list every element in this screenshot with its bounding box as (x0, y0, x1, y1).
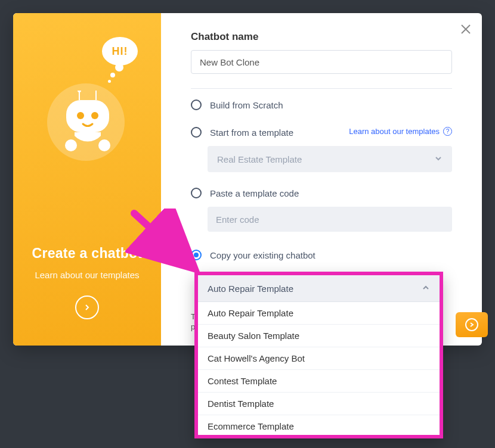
svg-point-5 (77, 112, 84, 119)
chatbot-name-label: Chatbot name (191, 31, 452, 43)
option-build-from-scratch[interactable]: Build from Scratch (191, 99, 452, 110)
dropdown-option[interactable]: Auto Repair Template (198, 301, 440, 324)
template-select-value: Real Estate Template (217, 154, 302, 164)
chatbot-name-input[interactable] (191, 50, 452, 74)
svg-point-6 (91, 112, 98, 119)
chevron-down-icon (434, 154, 443, 164)
side-templates-link[interactable]: Learn about our templates (35, 270, 139, 280)
radio-label: Start from a template (210, 127, 293, 138)
existing-chatbot-options-list[interactable]: Auto Repair Template Beauty Salon Templa… (198, 301, 440, 435)
robot-illustration: HI! (36, 37, 138, 162)
help-icon: ? (443, 127, 452, 136)
divider (191, 88, 452, 89)
side-title: Create a chatbot (32, 245, 142, 262)
svg-point-8 (98, 139, 110, 151)
side-next-button[interactable] (75, 295, 99, 319)
radio-icon[interactable] (191, 250, 202, 260)
option-copy-existing[interactable]: Copy your existing chatbot (191, 250, 452, 260)
radio-icon[interactable] (191, 127, 202, 138)
dropdown-option[interactable]: Dentist Template (198, 392, 440, 415)
radio-label: Paste a template code (210, 188, 299, 198)
svg-rect-4 (66, 100, 109, 132)
option-start-from-template[interactable]: Start from a template Learn about our te… (191, 127, 452, 138)
option-paste-code[interactable]: Paste a template code (191, 188, 452, 198)
next-button[interactable] (456, 312, 488, 337)
dropdown-option[interactable]: Contest Template (198, 369, 440, 392)
speech-bubble: HI! (102, 37, 138, 66)
dropdown-option[interactable]: Ecommerce Template (198, 415, 440, 435)
robot-icon (59, 91, 116, 156)
existing-chatbot-select-value: Auto Repair Template (208, 284, 293, 294)
radio-icon[interactable] (191, 99, 202, 110)
dropdown-option[interactable]: Beauty Salon Template (198, 324, 440, 347)
template-code-input[interactable] (208, 207, 452, 232)
side-panel: HI! Create a chatbot Learn about our (13, 13, 161, 346)
chevron-up-icon (422, 284, 430, 294)
radio-label: Copy your existing chatbot (210, 250, 315, 260)
learn-templates-link[interactable]: Learn about our templates ? (349, 127, 452, 136)
radio-icon[interactable] (191, 188, 202, 198)
radio-label: Build from Scratch (210, 100, 283, 110)
svg-point-7 (65, 139, 77, 151)
close-icon[interactable] (460, 24, 471, 37)
template-select[interactable]: Real Estate Template (208, 146, 452, 172)
existing-chatbot-dropdown-highlight: Auto Repair Template Auto Repair Templat… (194, 272, 443, 438)
existing-chatbot-select[interactable]: Auto Repair Template (198, 275, 440, 301)
speech-bubble-text: HI! (112, 45, 128, 58)
svg-point-1 (78, 91, 81, 92)
dropdown-option[interactable]: Cat Howell's Agency Bot (198, 347, 440, 369)
